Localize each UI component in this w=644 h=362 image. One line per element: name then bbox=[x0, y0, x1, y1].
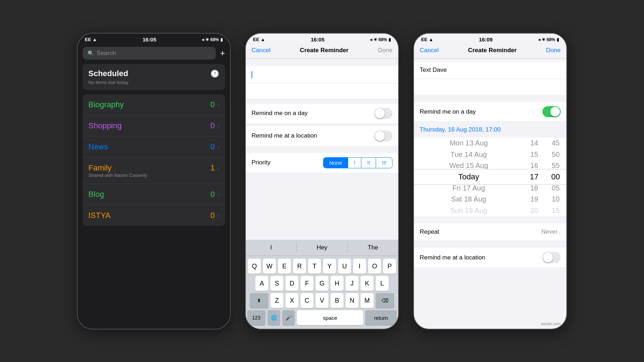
bluetooth-icon-2: ✳ bbox=[374, 37, 377, 42]
key-r[interactable]: R bbox=[293, 259, 306, 274]
remind-day-label-2: Remind me on a day bbox=[252, 110, 308, 117]
key-z[interactable]: Z bbox=[270, 293, 283, 308]
spacer-3-c bbox=[414, 240, 566, 243]
nav-title-3: Create Reminder bbox=[468, 47, 517, 54]
key-k[interactable]: K bbox=[361, 276, 374, 291]
picker-hour-6: 20 bbox=[523, 205, 545, 216]
istya-chevron: › bbox=[218, 213, 219, 218]
key-q[interactable]: Q bbox=[248, 259, 261, 274]
priority-high-2[interactable]: !!! bbox=[376, 158, 392, 168]
drum-picker-3[interactable]: Mon 13 Aug Tue 14 Aug Wed 15 Aug Today F… bbox=[414, 138, 566, 216]
key-a[interactable]: A bbox=[255, 276, 268, 291]
wifi-icon-3: ▲ bbox=[429, 37, 433, 42]
reminder-notes-field-2[interactable] bbox=[246, 84, 398, 99]
battery-1: 68% bbox=[210, 37, 219, 42]
bluetooth-icon-3: ✳ bbox=[542, 37, 545, 42]
cancel-button-3[interactable]: Cancel bbox=[420, 47, 439, 54]
done-button-2[interactable]: Done bbox=[378, 47, 392, 54]
blog-name: Blog bbox=[88, 190, 210, 199]
toggle-thumb-day-3 bbox=[550, 107, 560, 116]
toggle-thumb-loc-2 bbox=[375, 131, 385, 141]
key-row-3: ⬆ Z X C V B N M ⌫ bbox=[247, 293, 397, 308]
suggestion-the[interactable]: The bbox=[348, 243, 398, 253]
key-v[interactable]: V bbox=[316, 293, 328, 308]
key-space[interactable]: space bbox=[297, 310, 363, 325]
reminder-title-3[interactable]: Text Dave bbox=[414, 61, 566, 79]
key-globe[interactable]: 🌐 bbox=[268, 310, 280, 325]
key-h[interactable]: H bbox=[331, 276, 343, 291]
remind-location-row-2: Remind me at a location bbox=[246, 126, 398, 146]
picker-hour-0: 14 bbox=[523, 138, 545, 149]
remind-location-toggle-2[interactable] bbox=[374, 130, 392, 142]
key-l[interactable]: L bbox=[376, 276, 389, 291]
key-d[interactable]: D bbox=[286, 276, 298, 291]
remind-day-toggle-3[interactable] bbox=[542, 106, 561, 117]
reminder-title-field-2[interactable] bbox=[246, 66, 398, 84]
time-1: 16:05 bbox=[142, 36, 156, 43]
priority-none-2[interactable]: None bbox=[323, 158, 348, 168]
search-bar[interactable]: 🔍 Search bbox=[83, 47, 216, 60]
priority-low-2[interactable]: ! bbox=[348, 158, 361, 168]
key-f[interactable]: F bbox=[301, 276, 313, 291]
key-123[interactable]: 123 bbox=[247, 310, 265, 325]
key-return[interactable]: return bbox=[365, 310, 397, 325]
screen1-reminders-list: EE ▲ 16:05 ◂ ✳ 68% ▮ 🔍 Search + bbox=[77, 33, 231, 329]
toggle-thumb-2 bbox=[375, 109, 385, 118]
key-x[interactable]: X bbox=[286, 293, 298, 308]
key-w[interactable]: W bbox=[263, 259, 276, 274]
repeat-label-3: Repeat bbox=[420, 228, 439, 235]
key-j[interactable]: J bbox=[346, 276, 358, 291]
key-row-2: A S D F G H J K L bbox=[247, 276, 397, 291]
priority-label-2: Priority bbox=[252, 159, 270, 166]
list-item-news[interactable]: News 0 › bbox=[83, 137, 225, 158]
remind-location-label-2: Remind me at a location bbox=[252, 132, 317, 139]
key-b[interactable]: B bbox=[331, 293, 343, 308]
key-m[interactable]: M bbox=[361, 293, 374, 308]
add-button[interactable]: + bbox=[220, 48, 225, 58]
location-icon-1: ◂ bbox=[202, 37, 204, 42]
carrier-1: EE bbox=[85, 37, 91, 42]
news-chevron: › bbox=[218, 144, 219, 150]
search-bar-container: 🔍 Search + bbox=[78, 44, 230, 64]
key-c[interactable]: C bbox=[301, 293, 313, 308]
shopping-count: 0 bbox=[210, 121, 215, 130]
status-bar-1: EE ▲ 16:05 ◂ ✳ 68% ▮ bbox=[78, 34, 230, 44]
key-t[interactable]: T bbox=[308, 259, 321, 274]
list-item-family[interactable]: Family 1 › Shared with Naomi Casserly bbox=[83, 158, 225, 184]
priority-medium-2[interactable]: !! bbox=[361, 158, 376, 168]
remind-day-toggle-2[interactable] bbox=[374, 108, 392, 119]
picker-day-selected: Today bbox=[414, 171, 523, 182]
key-n[interactable]: N bbox=[346, 293, 358, 308]
key-o[interactable]: O bbox=[368, 259, 381, 274]
date-display-3[interactable]: Thursday, 16 Aug 2018, 17:00 bbox=[414, 122, 566, 138]
family-count: 1 bbox=[210, 163, 215, 173]
key-p[interactable]: P bbox=[383, 259, 396, 274]
cancel-button-2[interactable]: Cancel bbox=[252, 47, 270, 54]
list-item-shopping[interactable]: Shopping 0 › bbox=[83, 115, 225, 137]
repeat-row-3[interactable]: Repeat Never › bbox=[414, 223, 566, 240]
istya-count: 0 bbox=[210, 211, 215, 220]
key-delete[interactable]: ⌫ bbox=[376, 293, 394, 308]
key-u[interactable]: U bbox=[338, 259, 351, 274]
key-y[interactable]: Y bbox=[323, 259, 336, 274]
remind-location-toggle-3[interactable] bbox=[542, 252, 561, 263]
reminder-notes-3[interactable] bbox=[414, 79, 566, 95]
key-i[interactable]: I bbox=[353, 259, 366, 274]
key-shift[interactable]: ⬆ bbox=[250, 293, 268, 308]
list-item-biography[interactable]: Biography 0 › bbox=[83, 94, 225, 115]
scheduled-section[interactable]: Scheduled 🕐 No items due today bbox=[83, 64, 225, 90]
key-s[interactable]: S bbox=[270, 276, 283, 291]
key-g[interactable]: G bbox=[316, 276, 328, 291]
picker-min-4: 05 bbox=[545, 183, 566, 194]
key-mic[interactable]: 🎤 bbox=[282, 310, 295, 325]
reminder-input-section-2 bbox=[246, 66, 398, 99]
list-item-istya[interactable]: ISTYA 0 › bbox=[83, 205, 225, 226]
key-e[interactable]: E bbox=[278, 259, 291, 274]
suggestion-hey[interactable]: Hey bbox=[297, 243, 347, 253]
done-button-3[interactable]: Done bbox=[546, 47, 561, 54]
wifi-icon-2: ▲ bbox=[260, 37, 265, 42]
suggestion-i[interactable]: I bbox=[246, 243, 297, 253]
status-right-3: ◂ ✳ 68% ▮ bbox=[538, 37, 559, 42]
list-item-blog[interactable]: Blog 0 › bbox=[83, 184, 225, 205]
picker-min-selected: 00 bbox=[545, 171, 566, 182]
